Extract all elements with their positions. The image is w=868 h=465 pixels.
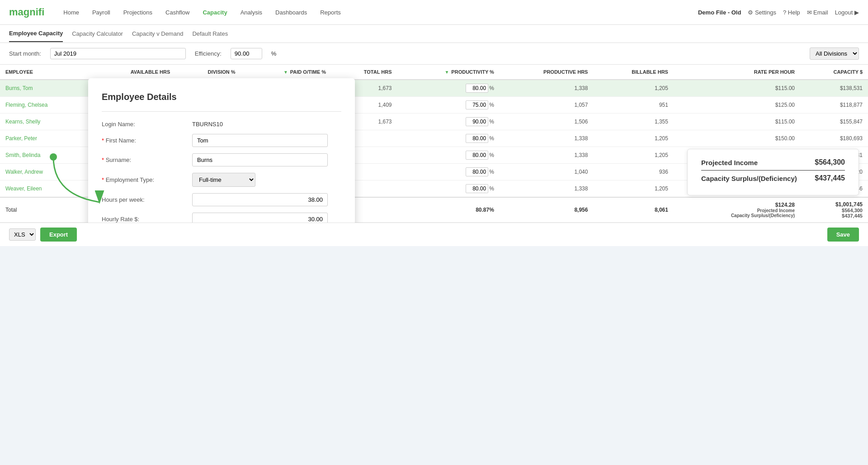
nav-analysis[interactable]: Analysis <box>235 5 268 19</box>
first-name-label: * First Name: <box>102 137 192 144</box>
nav-projections[interactable]: Projections <box>118 5 158 19</box>
capacity-value: $180,693 <box>800 130 868 147</box>
col-productive-hrs: PRODUCTIVE HRS <box>500 65 594 80</box>
first-name-row: * First Name: <box>102 134 341 147</box>
nav-payroll[interactable]: Payroll <box>87 5 116 19</box>
employee-name[interactable]: Weaver, Eileen <box>0 180 90 198</box>
start-month-input[interactable] <box>50 48 186 59</box>
productivity-pct: % <box>397 97 500 114</box>
division-select[interactable]: All Divisions <box>810 47 859 60</box>
nav-right: Demo File - Old ⚙ Settings ? Help ✉ Emai… <box>698 9 859 16</box>
billable-hrs: 1,205 <box>593 180 674 198</box>
help-link[interactable]: ? Help <box>783 9 800 16</box>
total-productivity-pct: 80.87% <box>397 197 500 223</box>
col-total-hrs: TOTAL HRS <box>331 65 397 80</box>
logout-link[interactable]: Logout ▶ <box>835 9 859 16</box>
login-name-label: Login Name: <box>102 121 192 128</box>
productivity-input[interactable] <box>466 100 488 109</box>
surname-label: * Surname: <box>102 157 192 163</box>
productivity-input[interactable] <box>466 184 488 193</box>
col-available-hrs: AVAILABLE HRS <box>90 65 175 80</box>
hours-per-week-label: Hours per week: <box>102 196 192 203</box>
productivity-input[interactable] <box>466 84 488 93</box>
capacity-surplus-label: Capacity Surplus/(Deficiency) <box>701 175 797 182</box>
productivity-pct: % <box>397 80 500 97</box>
productivity-input[interactable] <box>466 117 488 126</box>
settings-link[interactable]: ⚙ Settings <box>748 9 776 16</box>
surname-row: * Surname: <box>102 153 341 166</box>
total-billable-hrs: 8,061 <box>593 197 674 223</box>
main-content: EMPLOYEE AVAILABLE HRS DIVISION % ▼ PAID… <box>0 65 868 223</box>
productivity-input[interactable] <box>466 167 488 176</box>
productivity-input[interactable] <box>466 134 488 143</box>
bottom-bar: XLS Export Save <box>0 223 868 246</box>
sub-nav-employee-capacity[interactable]: Employee Capacity <box>9 25 63 42</box>
rate-per-hour: $115.00 <box>674 80 800 97</box>
col-division-pct: DIVISION % <box>175 65 241 80</box>
first-name-input[interactable] <box>192 134 328 147</box>
sub-nav-default-rates[interactable]: Default Rates <box>192 26 228 42</box>
capacity-surplus-value: $437,445 <box>815 174 845 182</box>
billable-hrs: 1,355 <box>593 114 674 130</box>
total-capacity: $1,001,745 $564,300 $437,445 <box>800 197 868 223</box>
nav-cashflow[interactable]: Cashflow <box>160 5 195 19</box>
capacity-value: $118,877 <box>800 97 868 114</box>
nav-dashboards[interactable]: Dashboards <box>270 5 312 19</box>
total-productive-hrs: 8,956 <box>500 197 594 223</box>
productivity-pct: % <box>397 130 500 147</box>
nav-reports[interactable]: Reports <box>315 5 346 19</box>
efficiency-pct-label: % <box>271 50 277 57</box>
employment-type-select[interactable]: Full-time Part-time Casual Contract <box>192 173 255 187</box>
col-billable-hrs: BILLABLE HRS <box>593 65 674 80</box>
employee-name[interactable]: Walker, Andrew <box>0 164 90 180</box>
employee-name[interactable]: Parker, Peter <box>0 130 90 147</box>
nav-home[interactable]: Home <box>58 5 85 19</box>
capacity-value: $155,847 <box>800 114 868 130</box>
productivity-pct: % <box>397 114 500 130</box>
start-month-label: Start month: <box>9 50 41 57</box>
logo: magnifi <box>9 6 44 18</box>
hourly-rate-input[interactable] <box>192 213 328 223</box>
col-rate-per-hour: RATE PER HOUR <box>674 65 800 80</box>
nav-capacity[interactable]: Capacity <box>197 5 232 19</box>
hours-per-week-row: Hours per week: <box>102 193 341 206</box>
total-rate: $124.28 Projected Income Capacity Surplu… <box>674 197 800 223</box>
sub-nav-capacity-calculator[interactable]: Capacity Calculator <box>72 26 123 42</box>
export-format-select[interactable]: XLS <box>9 228 36 241</box>
total-label: Total <box>0 197 90 223</box>
export-button[interactable]: Export <box>40 228 77 242</box>
billable-hrs: 1,205 <box>593 147 674 164</box>
employment-type-label: * Employment Type: <box>102 176 192 183</box>
employee-name[interactable]: Kearns, Shelly <box>0 114 90 130</box>
capacity-surplus-annotation-label: Capacity Surplus/(Deficiency) <box>731 213 795 218</box>
productivity-input[interactable] <box>466 151 488 160</box>
employee-name[interactable]: Smith, Belinda <box>0 147 90 164</box>
employee-name[interactable]: Fleming, Chelsea <box>0 97 90 114</box>
demo-file-label: Demo File - Old <box>698 9 741 16</box>
division-selector: All Divisions <box>810 47 859 60</box>
employee-modal: Employee Details Login Name: TBURNS10 * … <box>88 78 355 223</box>
col-productivity-pct: ▼ PRODUCTIVITY % <box>397 65 500 80</box>
rate-per-hour: $115.00 <box>674 114 800 130</box>
col-employee: EMPLOYEE <box>0 65 90 80</box>
efficiency-input[interactable] <box>231 48 262 59</box>
capacity-surplus-value-annotation: $437,445 <box>842 213 863 218</box>
billable-hrs: 1,205 <box>593 80 674 97</box>
productivity-pct: % <box>397 147 500 164</box>
projected-income-value: $564,300 <box>815 158 845 166</box>
capacity-surplus-row: Capacity Surplus/(Deficiency) $437,445 <box>701 170 845 182</box>
hourly-rate-row: Hourly Rate $: <box>102 213 341 223</box>
modal-divider <box>102 111 341 112</box>
employment-type-row: * Employment Type: Full-time Part-time C… <box>102 173 341 187</box>
summary-box: Projected Income $564,300 Capacity Surpl… <box>687 149 859 195</box>
productive-hrs: 1,057 <box>500 97 594 114</box>
email-link[interactable]: ✉ Email <box>807 9 828 16</box>
surname-input[interactable] <box>192 153 328 166</box>
billable-hrs: 936 <box>593 164 674 180</box>
productive-hrs: 1,338 <box>500 147 594 164</box>
hours-per-week-input[interactable] <box>192 193 328 206</box>
billable-hrs: 951 <box>593 97 674 114</box>
sub-nav-capacity-v-demand[interactable]: Capacity v Demand <box>132 26 183 42</box>
employee-name[interactable]: Burns, Tom <box>0 80 90 97</box>
save-button[interactable]: Save <box>827 228 859 242</box>
